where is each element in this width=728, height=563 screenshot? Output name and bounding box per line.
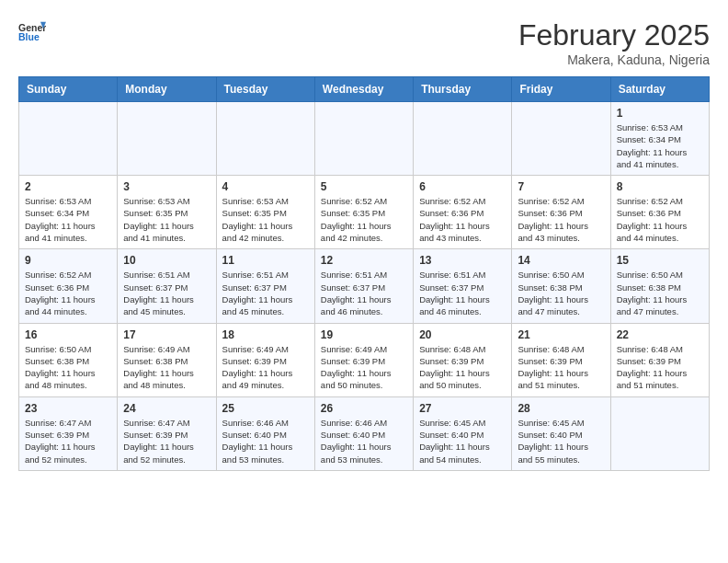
- day-info: Sunrise: 6:52 AM Sunset: 6:36 PM Dayligh…: [617, 195, 703, 244]
- day-info: Sunrise: 6:52 AM Sunset: 6:36 PM Dayligh…: [419, 195, 506, 244]
- calendar-cell: 9Sunrise: 6:52 AM Sunset: 6:36 PM Daylig…: [19, 249, 118, 323]
- day-info: Sunrise: 6:51 AM Sunset: 6:37 PM Dayligh…: [222, 269, 309, 317]
- calendar-cell: 14Sunrise: 6:50 AM Sunset: 6:38 PM Dayli…: [512, 249, 610, 323]
- calendar-cell: 26Sunrise: 6:46 AM Sunset: 6:40 PM Dayli…: [314, 396, 413, 470]
- day-number: 18: [222, 328, 309, 341]
- calendar-cell: [118, 102, 216, 176]
- calendar-cell: 19Sunrise: 6:49 AM Sunset: 6:39 PM Dayli…: [314, 323, 413, 396]
- day-number: 7: [518, 180, 604, 193]
- header: General Blue February 2025 Makera, Kadun…: [18, 18, 710, 67]
- day-number: 28: [518, 402, 604, 415]
- logo-icon: General Blue: [18, 18, 46, 46]
- calendar-cell: 4Sunrise: 6:53 AM Sunset: 6:35 PM Daylig…: [216, 176, 314, 249]
- day-info: Sunrise: 6:50 AM Sunset: 6:38 PM Dayligh…: [617, 269, 703, 317]
- day-info: Sunrise: 6:49 AM Sunset: 6:39 PM Dayligh…: [321, 343, 407, 392]
- day-number: 21: [518, 328, 604, 341]
- day-info: Sunrise: 6:52 AM Sunset: 6:36 PM Dayligh…: [25, 269, 111, 317]
- day-info: Sunrise: 6:48 AM Sunset: 6:39 PM Dayligh…: [518, 343, 604, 392]
- month-year-title: February 2025: [518, 18, 710, 52]
- day-number: 4: [222, 180, 309, 193]
- day-number: 5: [321, 180, 407, 193]
- calendar-cell: 23Sunrise: 6:47 AM Sunset: 6:39 PM Dayli…: [19, 396, 118, 470]
- calendar-cell: 22Sunrise: 6:48 AM Sunset: 6:39 PM Dayli…: [610, 323, 709, 396]
- calendar-table: SundayMondayTuesdayWednesdayThursdayFrid…: [18, 76, 710, 471]
- calendar-cell: 2Sunrise: 6:53 AM Sunset: 6:34 PM Daylig…: [19, 176, 118, 249]
- day-number: 20: [419, 328, 506, 341]
- calendar-cell: 12Sunrise: 6:51 AM Sunset: 6:37 PM Dayli…: [314, 249, 413, 323]
- day-number: 16: [25, 328, 111, 341]
- calendar-cell: [19, 102, 118, 176]
- day-number: 15: [617, 254, 703, 267]
- calendar-cell: 8Sunrise: 6:52 AM Sunset: 6:36 PM Daylig…: [610, 176, 709, 249]
- day-info: Sunrise: 6:50 AM Sunset: 6:38 PM Dayligh…: [518, 269, 604, 317]
- day-info: Sunrise: 6:49 AM Sunset: 6:38 PM Dayligh…: [123, 343, 210, 392]
- calendar-cell: 25Sunrise: 6:46 AM Sunset: 6:40 PM Dayli…: [216, 396, 314, 470]
- location-subtitle: Makera, Kaduna, Nigeria: [518, 52, 710, 67]
- day-number: 26: [321, 402, 407, 415]
- calendar-cell: [216, 102, 314, 176]
- calendar-cell: 10Sunrise: 6:51 AM Sunset: 6:37 PM Dayli…: [118, 249, 216, 323]
- day-info: Sunrise: 6:47 AM Sunset: 6:39 PM Dayligh…: [25, 417, 111, 465]
- day-info: Sunrise: 6:46 AM Sunset: 6:40 PM Dayligh…: [222, 417, 309, 465]
- calendar-cell: [610, 396, 709, 470]
- calendar-week-5: 23Sunrise: 6:47 AM Sunset: 6:39 PM Dayli…: [19, 396, 710, 470]
- calendar-week-1: 1Sunrise: 6:53 AM Sunset: 6:34 PM Daylig…: [19, 102, 710, 176]
- calendar-header: SundayMondayTuesdayWednesdayThursdayFrid…: [19, 77, 710, 102]
- day-info: Sunrise: 6:52 AM Sunset: 6:35 PM Dayligh…: [321, 195, 407, 244]
- day-info: Sunrise: 6:48 AM Sunset: 6:39 PM Dayligh…: [419, 343, 506, 392]
- day-number: 17: [123, 328, 210, 341]
- calendar-cell: 27Sunrise: 6:45 AM Sunset: 6:40 PM Dayli…: [414, 396, 512, 470]
- calendar-cell: 1Sunrise: 6:53 AM Sunset: 6:34 PM Daylig…: [610, 102, 709, 176]
- day-number: 19: [321, 328, 407, 341]
- day-info: Sunrise: 6:48 AM Sunset: 6:39 PM Dayligh…: [617, 343, 703, 392]
- calendar-cell: 24Sunrise: 6:47 AM Sunset: 6:39 PM Dayli…: [118, 396, 216, 470]
- header-day-tuesday: Tuesday: [216, 77, 314, 102]
- calendar-week-2: 2Sunrise: 6:53 AM Sunset: 6:34 PM Daylig…: [19, 176, 710, 249]
- day-info: Sunrise: 6:52 AM Sunset: 6:36 PM Dayligh…: [518, 195, 604, 244]
- logo: General Blue: [18, 18, 50, 46]
- svg-text:Blue: Blue: [18, 31, 40, 42]
- day-number: 23: [25, 402, 111, 415]
- calendar-cell: 5Sunrise: 6:52 AM Sunset: 6:35 PM Daylig…: [314, 176, 413, 249]
- day-info: Sunrise: 6:51 AM Sunset: 6:37 PM Dayligh…: [419, 269, 506, 317]
- header-day-wednesday: Wednesday: [314, 77, 413, 102]
- day-number: 27: [419, 402, 506, 415]
- day-number: 12: [321, 254, 407, 267]
- calendar-cell: 20Sunrise: 6:48 AM Sunset: 6:39 PM Dayli…: [414, 323, 512, 396]
- header-day-saturday: Saturday: [610, 77, 709, 102]
- day-number: 25: [222, 402, 309, 415]
- calendar-cell: 18Sunrise: 6:49 AM Sunset: 6:39 PM Dayli…: [216, 323, 314, 396]
- day-info: Sunrise: 6:53 AM Sunset: 6:34 PM Dayligh…: [25, 195, 111, 244]
- title-area: February 2025 Makera, Kaduna, Nigeria: [518, 18, 710, 67]
- calendar-cell: 21Sunrise: 6:48 AM Sunset: 6:39 PM Dayli…: [512, 323, 610, 396]
- calendar-cell: 13Sunrise: 6:51 AM Sunset: 6:37 PM Dayli…: [414, 249, 512, 323]
- calendar-cell: 6Sunrise: 6:52 AM Sunset: 6:36 PM Daylig…: [414, 176, 512, 249]
- calendar-body: 1Sunrise: 6:53 AM Sunset: 6:34 PM Daylig…: [19, 102, 710, 471]
- calendar-cell: [414, 102, 512, 176]
- day-info: Sunrise: 6:47 AM Sunset: 6:39 PM Dayligh…: [123, 417, 210, 465]
- day-info: Sunrise: 6:51 AM Sunset: 6:37 PM Dayligh…: [321, 269, 407, 317]
- calendar-cell: 11Sunrise: 6:51 AM Sunset: 6:37 PM Dayli…: [216, 249, 314, 323]
- day-number: 1: [617, 107, 703, 120]
- day-info: Sunrise: 6:51 AM Sunset: 6:37 PM Dayligh…: [123, 269, 210, 317]
- day-info: Sunrise: 6:45 AM Sunset: 6:40 PM Dayligh…: [419, 417, 506, 465]
- day-number: 14: [518, 254, 604, 267]
- calendar-week-4: 16Sunrise: 6:50 AM Sunset: 6:38 PM Dayli…: [19, 323, 710, 396]
- calendar-cell: 17Sunrise: 6:49 AM Sunset: 6:38 PM Dayli…: [118, 323, 216, 396]
- header-row: SundayMondayTuesdayWednesdayThursdayFrid…: [19, 77, 710, 102]
- day-info: Sunrise: 6:53 AM Sunset: 6:35 PM Dayligh…: [222, 195, 309, 244]
- calendar-week-3: 9Sunrise: 6:52 AM Sunset: 6:36 PM Daylig…: [19, 249, 710, 323]
- calendar-cell: 28Sunrise: 6:45 AM Sunset: 6:40 PM Dayli…: [512, 396, 610, 470]
- day-info: Sunrise: 6:53 AM Sunset: 6:35 PM Dayligh…: [123, 195, 210, 244]
- calendar-cell: 16Sunrise: 6:50 AM Sunset: 6:38 PM Dayli…: [19, 323, 118, 396]
- calendar-cell: [512, 102, 610, 176]
- day-number: 3: [123, 180, 210, 193]
- calendar-cell: 7Sunrise: 6:52 AM Sunset: 6:36 PM Daylig…: [512, 176, 610, 249]
- day-number: 8: [617, 180, 703, 193]
- day-info: Sunrise: 6:50 AM Sunset: 6:38 PM Dayligh…: [25, 343, 111, 392]
- day-info: Sunrise: 6:46 AM Sunset: 6:40 PM Dayligh…: [321, 417, 407, 465]
- header-day-thursday: Thursday: [414, 77, 512, 102]
- calendar-cell: 15Sunrise: 6:50 AM Sunset: 6:38 PM Dayli…: [610, 249, 709, 323]
- day-number: 10: [123, 254, 210, 267]
- day-number: 13: [419, 254, 506, 267]
